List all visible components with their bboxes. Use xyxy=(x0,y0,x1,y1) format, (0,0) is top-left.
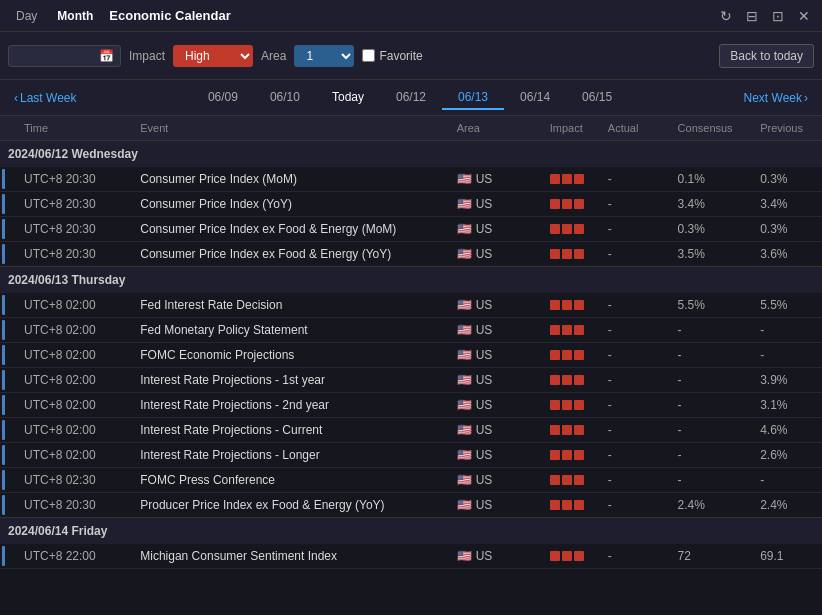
table-row[interactable]: UTC+8 02:00Fed Monetary Policy Statement… xyxy=(0,318,822,343)
event-previous: 3.6% xyxy=(752,242,822,267)
flag-icon: 🇺🇸 xyxy=(457,398,472,412)
table-row[interactable]: UTC+8 22:00Michigan Consumer Sentiment I… xyxy=(0,544,822,569)
last-week-button[interactable]: ‹ Last Week xyxy=(4,87,86,109)
table-row[interactable]: UTC+8 02:00Interest Rate Projections - L… xyxy=(0,443,822,468)
event-actual: - xyxy=(600,217,670,242)
event-consensus: - xyxy=(670,468,753,493)
chevron-right-icon: › xyxy=(804,91,808,105)
impact-bar-3 xyxy=(574,375,584,385)
col-actual: Actual xyxy=(600,116,670,141)
nav-day-0615[interactable]: 06/15 xyxy=(566,86,628,110)
nav-day-0612[interactable]: 06/12 xyxy=(380,86,442,110)
event-area: 🇺🇸 US xyxy=(449,318,542,343)
table-header-row: Time Event Area Impact Actual Consensus … xyxy=(0,116,822,141)
impact-label: Impact xyxy=(129,49,165,63)
nav-day-0609[interactable]: 06/09 xyxy=(192,86,254,110)
table-row[interactable]: UTC+8 20:30Consumer Price Index (YoY)🇺🇸 … xyxy=(0,192,822,217)
maximize-icon[interactable]: ⊡ xyxy=(768,6,788,26)
table-row[interactable]: UTC+8 20:30Consumer Price Index ex Food … xyxy=(0,242,822,267)
impact-bar-2 xyxy=(562,325,572,335)
event-time: UTC+8 02:30 xyxy=(16,468,132,493)
event-area: 🇺🇸 US xyxy=(449,368,542,393)
table-row[interactable]: UTC+8 20:30Consumer Price Index ex Food … xyxy=(0,217,822,242)
minimize-icon[interactable]: ⊟ xyxy=(742,6,762,26)
controls-bar: 2024-06-13 📅 Impact High Medium Low Area… xyxy=(0,32,822,80)
table-row[interactable]: UTC+8 02:00FOMC Economic Projections🇺🇸 U… xyxy=(0,343,822,368)
event-impact xyxy=(542,217,600,242)
table-row[interactable]: UTC+8 02:30FOMC Press Conference🇺🇸 US--- xyxy=(0,468,822,493)
favorite-checkbox[interactable] xyxy=(362,49,375,62)
impact-bar-1 xyxy=(550,450,560,460)
event-name: Interest Rate Projections - Current xyxy=(132,418,448,443)
flag-icon: 🇺🇸 xyxy=(457,473,472,487)
impact-bar-3 xyxy=(574,224,584,234)
table-row[interactable]: UTC+8 20:30Producer Price Index ex Food … xyxy=(0,493,822,518)
table-row[interactable]: UTC+8 20:30Consumer Price Index (MoM)🇺🇸 … xyxy=(0,167,822,192)
event-time: UTC+8 02:00 xyxy=(16,318,132,343)
row-bar xyxy=(0,192,16,217)
table-row[interactable]: UTC+8 02:00Fed Interest Rate Decision🇺🇸 … xyxy=(0,293,822,318)
event-consensus: - xyxy=(670,443,753,468)
impact-bar-3 xyxy=(574,300,584,310)
event-actual: - xyxy=(600,418,670,443)
impact-bar-3 xyxy=(574,450,584,460)
row-bar xyxy=(0,242,16,267)
nav-day-0610[interactable]: 06/10 xyxy=(254,86,316,110)
table-row[interactable]: UTC+8 02:00Interest Rate Projections - 2… xyxy=(0,393,822,418)
event-actual: - xyxy=(600,443,670,468)
date-input[interactable]: 2024-06-13 xyxy=(15,49,95,63)
row-bar xyxy=(0,468,16,493)
impact-bar-1 xyxy=(550,300,560,310)
event-actual: - xyxy=(600,293,670,318)
event-actual: - xyxy=(600,393,670,418)
area-code: US xyxy=(476,473,493,487)
event-name: Interest Rate Projections - 2nd year xyxy=(132,393,448,418)
impact-bar-3 xyxy=(574,350,584,360)
event-area: 🇺🇸 US xyxy=(449,493,542,518)
event-actual: - xyxy=(600,544,670,569)
event-name: Interest Rate Projections - Longer xyxy=(132,443,448,468)
event-previous: 3.4% xyxy=(752,192,822,217)
event-area: 🇺🇸 US xyxy=(449,293,542,318)
event-impact xyxy=(542,468,600,493)
event-area: 🇺🇸 US xyxy=(449,217,542,242)
nav-day-today[interactable]: Today xyxy=(316,86,380,110)
next-week-button[interactable]: Next Week › xyxy=(734,87,818,109)
event-time: UTC+8 02:00 xyxy=(16,368,132,393)
event-time: UTC+8 02:00 xyxy=(16,418,132,443)
close-icon[interactable]: ✕ xyxy=(794,6,814,26)
event-previous: 5.5% xyxy=(752,293,822,318)
date-picker[interactable]: 2024-06-13 📅 xyxy=(8,45,121,67)
event-time: UTC+8 20:30 xyxy=(16,167,132,192)
impact-bar-3 xyxy=(574,500,584,510)
event-time: UTC+8 02:00 xyxy=(16,293,132,318)
row-bar xyxy=(0,393,16,418)
event-actual: - xyxy=(600,343,670,368)
event-consensus: - xyxy=(670,393,753,418)
impact-bar-2 xyxy=(562,249,572,259)
table-row[interactable]: UTC+8 02:00Interest Rate Projections - 1… xyxy=(0,368,822,393)
refresh-icon[interactable]: ↻ xyxy=(716,6,736,26)
calendar-icon[interactable]: 📅 xyxy=(99,49,114,63)
impact-bar-2 xyxy=(562,400,572,410)
area-label: Area xyxy=(261,49,286,63)
back-today-button[interactable]: Back to today xyxy=(719,44,814,68)
nav-day-0613[interactable]: 06/13 xyxy=(442,86,504,110)
event-actual: - xyxy=(600,468,670,493)
event-name: Consumer Price Index ex Food & Energy (M… xyxy=(132,217,448,242)
impact-select[interactable]: High Medium Low xyxy=(173,45,253,67)
row-bar xyxy=(0,217,16,242)
table-row[interactable]: UTC+8 02:00Interest Rate Projections - C… xyxy=(0,418,822,443)
nav-day-0614[interactable]: 06/14 xyxy=(504,86,566,110)
tab-month[interactable]: Month xyxy=(49,5,101,27)
favorite-label: Favorite xyxy=(379,49,422,63)
event-impact xyxy=(542,167,600,192)
section-label: 2024/06/14 Friday xyxy=(0,518,822,545)
view-tabs: Day Month Economic Calendar xyxy=(8,5,231,27)
area-select[interactable]: 1 2 All xyxy=(294,45,354,67)
event-impact xyxy=(542,544,600,569)
row-bar xyxy=(0,343,16,368)
col-time: Time xyxy=(16,116,132,141)
tab-day[interactable]: Day xyxy=(8,5,45,27)
event-previous: 2.6% xyxy=(752,443,822,468)
